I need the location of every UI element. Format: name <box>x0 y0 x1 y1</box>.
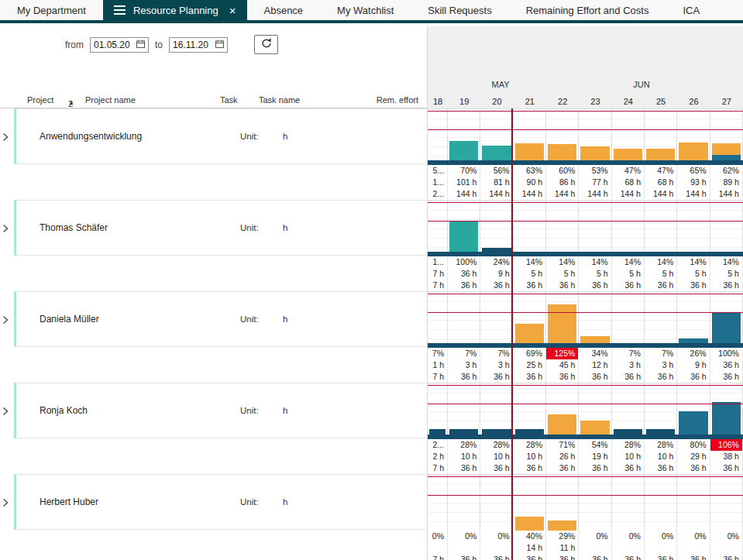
today-marker-line <box>511 108 513 560</box>
chart-column <box>710 475 743 531</box>
chart-column <box>448 201 480 256</box>
value-cell: 36 h <box>612 280 645 291</box>
percent-row: 7%7%7%69%125%34%7%7%26%100% <box>428 348 743 359</box>
sort-arrow-icon: ▲ <box>68 99 74 106</box>
capacity-row: 7 h36 h36 h36 h36 h36 h36 h36 h36 h36 h <box>428 371 743 383</box>
value-cell: 5 h <box>514 268 546 280</box>
tab-my-watchlist[interactable]: My Watchlist <box>320 0 411 20</box>
expand-chevron-icon[interactable] <box>2 222 9 236</box>
from-date-input[interactable]: 01.05.20 <box>90 37 149 53</box>
value-cell: 40% <box>514 531 546 542</box>
value-cell: 106% <box>710 439 743 451</box>
chart-column <box>612 475 645 531</box>
refresh-button[interactable] <box>254 35 278 54</box>
value-cell: 56% <box>480 165 513 177</box>
timeline-row: 1...100%24%14%14%14%14%14%14%14%7 h36 h9… <box>428 200 743 291</box>
value-cell: 34% <box>579 348 611 359</box>
expand-chevron-icon[interactable] <box>2 131 9 145</box>
project-card[interactable]: AnwendungsentwicklungUnit:h <box>14 108 427 164</box>
week-label: 21 <box>514 97 546 106</box>
value-cell: 1 h <box>428 359 448 371</box>
chart-column <box>480 109 513 165</box>
value-cell: 36 h <box>546 462 579 474</box>
value-cell: 5 h <box>546 268 579 280</box>
timeline-header: MAY JUN 18192021222324252627 <box>428 26 743 108</box>
tab-skill-requests[interactable]: Skill Requests <box>411 0 508 20</box>
value-cell: 36 h <box>677 554 710 560</box>
tab-absence[interactable]: Absence <box>247 0 321 20</box>
header-project[interactable]: Project <box>27 95 53 105</box>
capacity-row: 7 h36 h36 h36 h36 h36 h36 h36 h36 h36 h <box>428 554 743 560</box>
chart-column <box>677 475 710 531</box>
project-card[interactable]: Herbert HuberUnit:h <box>14 474 427 530</box>
header-task[interactable]: Task <box>220 95 238 105</box>
tab-remaining-effort-and-costs[interactable]: Remaining Effort and Costs <box>509 0 666 20</box>
chart-column <box>710 109 743 165</box>
calendar-icon[interactable] <box>215 40 224 50</box>
utilization-chart <box>428 109 743 165</box>
timeline-row: 7%7%7%69%125%34%7%7%26%100%1 h3 h3 h25 h… <box>428 291 743 383</box>
value-cell: 7% <box>645 348 677 359</box>
orange-bar <box>548 520 576 531</box>
chart-column <box>645 292 677 348</box>
value-cell: 36 h <box>645 280 677 291</box>
value-cell: 100% <box>448 256 480 268</box>
close-tab-icon[interactable]: × <box>229 5 236 16</box>
unit-label: Unit: <box>240 132 259 141</box>
tab-my-department[interactable]: My Department <box>0 0 103 20</box>
tab-ica[interactable]: ICA <box>666 0 717 20</box>
chart-column <box>710 383 743 439</box>
value-cell: 36 h <box>448 371 480 383</box>
expand-chevron-icon[interactable] <box>2 496 9 510</box>
value-cell: 125% <box>546 348 579 359</box>
project-card[interactable]: Daniela MüllerUnit:h <box>14 291 427 347</box>
to-date-input[interactable]: 16.11.20 <box>169 37 228 53</box>
header-project-name[interactable]: Project name <box>85 95 136 105</box>
header-rem-effort[interactable]: Rem. effort <box>377 95 418 105</box>
expand-chevron-icon[interactable] <box>2 405 9 419</box>
expand-chevron-icon[interactable] <box>2 314 9 328</box>
project-name: Herbert Huber <box>40 496 98 507</box>
value-cell: 36 h <box>480 371 513 383</box>
value-cell: 53% <box>579 165 611 177</box>
value-cell: 36 h <box>514 280 546 291</box>
value-cell: 7 h <box>428 280 448 291</box>
value-cell: 3 h <box>480 359 513 371</box>
week-label: 18 <box>428 97 448 106</box>
value-cell: 36 h <box>514 554 546 560</box>
value-cell: 10 h <box>612 451 645 462</box>
project-card[interactable]: Ronja KochUnit:h <box>14 383 427 438</box>
chart-column <box>480 292 513 348</box>
value-cell: 36 h <box>645 462 677 474</box>
calendar-icon[interactable] <box>136 40 145 50</box>
value-cell: 5... <box>428 165 448 177</box>
week-label: 23 <box>579 97 611 106</box>
baseline-band <box>428 160 743 165</box>
to-date-value: 16.11.20 <box>173 40 208 50</box>
value-cell: 54% <box>579 439 611 451</box>
value-cell: 36 h <box>546 554 579 560</box>
chart-column <box>514 383 546 439</box>
utilization-chart <box>428 201 743 256</box>
value-cell: 36 h <box>579 371 611 383</box>
project-row: Thomas SchäferUnit:h <box>0 200 427 291</box>
value-cell: 14 h <box>514 542 546 554</box>
chart-column <box>612 383 645 439</box>
project-card[interactable]: Thomas SchäferUnit:h <box>14 200 427 256</box>
chart-column <box>480 383 513 439</box>
value-cell: 68 h <box>645 177 677 188</box>
unit-value: h <box>283 132 287 141</box>
week-labels: 18192021222324252627 <box>428 97 743 106</box>
tab-resource-planning[interactable]: Resource Planning× <box>103 0 247 20</box>
value-cell: 28% <box>514 439 546 451</box>
unit-label: Unit: <box>240 223 259 232</box>
hundred-percent-line <box>428 129 743 130</box>
week-label: 27 <box>710 97 743 106</box>
chart-column <box>428 201 448 256</box>
value-cell: 5 h <box>710 268 743 280</box>
chart-column <box>448 109 480 165</box>
chart-column <box>645 201 677 256</box>
header-task-name[interactable]: Task name <box>259 95 300 105</box>
chart-column <box>579 201 611 256</box>
timeline-panel: MAY JUN 18192021222324252627 5...70%56%6… <box>427 26 743 560</box>
